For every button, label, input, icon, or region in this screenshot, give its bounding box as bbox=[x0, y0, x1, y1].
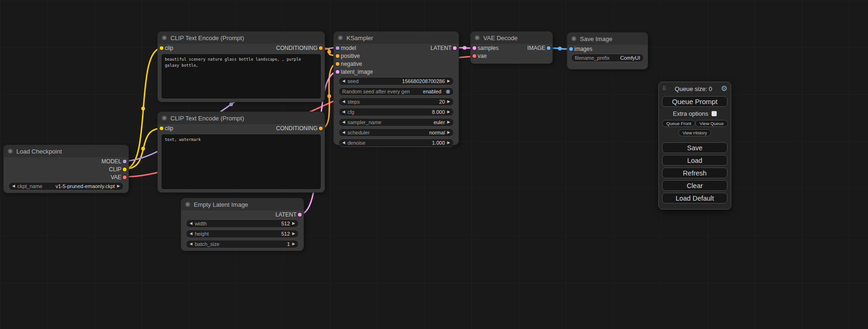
prev-value-arrow-icon[interactable]: ◀ bbox=[12, 184, 15, 188]
extra-options-row: Extra options bbox=[673, 110, 717, 117]
negative-prompt-textarea[interactable]: text, watermark bbox=[162, 134, 321, 189]
menu-panel: ⠿ Queue size: 0 ⚙ Queue Prompt Extra opt… bbox=[658, 82, 731, 210]
node-title-bar[interactable]: Load Checkpoint bbox=[4, 145, 128, 157]
node-vae-decode[interactable]: VAE Decode samples IMAGE vae bbox=[471, 32, 552, 63]
widget-label: denoise bbox=[347, 140, 366, 146]
cfg-widget[interactable]: ◀ cfg 8.000 ▶ bbox=[339, 108, 454, 116]
random-seed-toggle-widget[interactable]: Random seed after every gen enabled bbox=[339, 87, 454, 96]
view-queue-button[interactable]: View Queue bbox=[695, 120, 728, 127]
seed-widget[interactable]: ◀ seed 156680208700286 ▶ bbox=[339, 77, 454, 85]
node-title-bar[interactable]: Empty Latent Image bbox=[181, 198, 303, 210]
node-ksampler[interactable]: KSampler model LATENT positive negative … bbox=[334, 32, 459, 145]
node-save-image[interactable]: Save Image images filename_prefix ComfyU… bbox=[567, 33, 648, 69]
input-label-clip: clip bbox=[165, 125, 173, 132]
queue-front-button[interactable]: Queue Front bbox=[662, 120, 695, 127]
collapse-dot-icon[interactable] bbox=[338, 35, 343, 40]
node-title-bar[interactable]: Save Image bbox=[567, 33, 648, 45]
node-title: Load Checkpoint bbox=[16, 148, 62, 155]
width-widget[interactable]: ◀ width 512 ▶ bbox=[186, 219, 299, 228]
output-slot-latent[interactable] bbox=[453, 46, 457, 50]
settings-gear-icon[interactable]: ⚙ bbox=[721, 85, 727, 92]
node-title-bar[interactable]: KSampler bbox=[334, 32, 459, 44]
widget-label: cfg bbox=[347, 109, 354, 115]
filename-prefix-widget[interactable]: filename_prefix ComfyUI bbox=[571, 54, 644, 62]
output-slot-model[interactable] bbox=[123, 160, 127, 163]
extra-options-label: Extra options bbox=[673, 110, 708, 117]
node-title: Empty Latent Image bbox=[194, 201, 248, 208]
sampler-name-widget[interactable]: ◀ sampler_name euler ▶ bbox=[339, 118, 454, 126]
increment-arrow-icon[interactable]: ▶ bbox=[447, 100, 450, 104]
decrement-arrow-icon[interactable]: ◀ bbox=[190, 232, 192, 236]
increment-arrow-icon[interactable]: ▶ bbox=[292, 242, 295, 246]
decrement-arrow-icon[interactable]: ◀ bbox=[342, 141, 345, 145]
output-slot-image[interactable] bbox=[547, 46, 550, 50]
decrement-arrow-icon[interactable]: ◀ bbox=[342, 79, 345, 83]
output-slot-latent[interactable] bbox=[298, 213, 302, 217]
node-title-bar[interactable]: VAE Decode bbox=[471, 32, 552, 44]
collapse-dot-icon[interactable] bbox=[162, 35, 167, 40]
input-slot-positive[interactable] bbox=[336, 54, 339, 58]
steps-widget[interactable]: ◀ steps 20 ▶ bbox=[339, 98, 454, 106]
batch-size-widget[interactable]: ◀ batch_size 1 ▶ bbox=[186, 240, 299, 248]
menu-header: ⠿ Queue size: 0 ⚙ bbox=[662, 84, 727, 93]
node-title-bar[interactable]: CLIP Text Encode (Prompt) bbox=[158, 112, 325, 124]
output-slot-vae[interactable] bbox=[123, 175, 127, 179]
input-slot-vae[interactable] bbox=[473, 54, 476, 58]
collapse-dot-icon[interactable] bbox=[185, 202, 190, 207]
input-slot-images[interactable] bbox=[569, 47, 573, 51]
wire-midpoint-dot bbox=[463, 46, 466, 50]
input-slot-model[interactable] bbox=[336, 46, 339, 50]
queue-prompt-button[interactable]: Queue Prompt bbox=[662, 96, 727, 107]
height-widget[interactable]: ◀ height 512 ▶ bbox=[186, 230, 299, 238]
input-slot-negative[interactable] bbox=[336, 62, 339, 66]
input-slot-clip[interactable] bbox=[160, 126, 163, 130]
ckpt-name-widget[interactable]: ◀ ckpt_name v1-5-pruned-emaonly.ckpt ▶ bbox=[8, 182, 124, 190]
node-title-bar[interactable]: CLIP Text Encode (Prompt) bbox=[158, 32, 325, 44]
collapse-dot-icon[interactable] bbox=[572, 36, 576, 41]
toggle-indicator-icon[interactable] bbox=[446, 90, 450, 94]
wire-midpoint-dot bbox=[327, 50, 331, 54]
increment-arrow-icon[interactable]: ▶ bbox=[447, 110, 450, 114]
decrement-arrow-icon[interactable]: ◀ bbox=[342, 110, 345, 114]
next-value-arrow-icon[interactable]: ▶ bbox=[447, 120, 450, 124]
refresh-button[interactable]: Refresh bbox=[662, 168, 727, 178]
prev-value-arrow-icon[interactable]: ◀ bbox=[342, 131, 345, 134]
input-slot-samples[interactable] bbox=[473, 46, 476, 50]
increment-arrow-icon[interactable]: ▶ bbox=[292, 222, 295, 225]
decrement-arrow-icon[interactable]: ◀ bbox=[190, 242, 192, 246]
collapse-dot-icon[interactable] bbox=[8, 149, 13, 154]
output-slot-clip[interactable] bbox=[123, 168, 127, 171]
increment-arrow-icon[interactable]: ▶ bbox=[292, 232, 295, 236]
collapse-dot-icon[interactable] bbox=[162, 116, 167, 120]
clear-button[interactable]: Clear bbox=[662, 180, 727, 191]
decrement-arrow-icon[interactable]: ◀ bbox=[342, 100, 345, 104]
save-button[interactable]: Save bbox=[662, 142, 727, 153]
load-default-button[interactable]: Load Default bbox=[662, 193, 727, 203]
extra-options-checkbox[interactable] bbox=[712, 111, 717, 116]
decrement-arrow-icon[interactable]: ◀ bbox=[190, 222, 192, 225]
load-button[interactable]: Load bbox=[662, 155, 727, 166]
input-label-samples: samples bbox=[478, 45, 499, 51]
next-value-arrow-icon[interactable]: ▶ bbox=[117, 184, 120, 188]
positive-prompt-textarea[interactable]: beautiful scenery nature glass bottle la… bbox=[162, 54, 321, 98]
next-value-arrow-icon[interactable]: ▶ bbox=[447, 131, 450, 134]
denoise-widget[interactable]: ◀ denoise 1.000 ▶ bbox=[339, 139, 454, 147]
output-row-clip: CLIP bbox=[4, 165, 128, 173]
output-slot-conditioning[interactable] bbox=[319, 126, 323, 130]
input-slot-latent-image[interactable] bbox=[336, 70, 339, 74]
output-slot-conditioning[interactable] bbox=[319, 46, 323, 50]
node-load-checkpoint[interactable]: Load Checkpoint MODEL CLIP VAE ◀ ckpt_na… bbox=[4, 145, 128, 193]
widget-label: ckpt_name bbox=[17, 183, 42, 189]
widget-label: Random seed after every gen bbox=[342, 89, 410, 94]
node-clip-text-encode-negative[interactable]: CLIP Text Encode (Prompt) clip CONDITION… bbox=[158, 112, 325, 192]
view-history-button[interactable]: View History bbox=[678, 129, 712, 136]
node-clip-text-encode-positive[interactable]: CLIP Text Encode (Prompt) clip CONDITION… bbox=[158, 32, 325, 102]
scheduler-widget[interactable]: ◀ scheduler normal ▶ bbox=[339, 128, 454, 137]
increment-arrow-icon[interactable]: ▶ bbox=[447, 79, 450, 83]
increment-arrow-icon[interactable]: ▶ bbox=[447, 141, 450, 145]
collapse-dot-icon[interactable] bbox=[475, 35, 480, 40]
drag-handle-icon[interactable]: ⠿ bbox=[662, 85, 666, 92]
prev-value-arrow-icon[interactable]: ◀ bbox=[342, 120, 345, 124]
input-slot-clip[interactable] bbox=[160, 46, 163, 50]
node-empty-latent-image[interactable]: Empty Latent Image LATENT ◀ width 512 ▶ … bbox=[181, 198, 303, 251]
